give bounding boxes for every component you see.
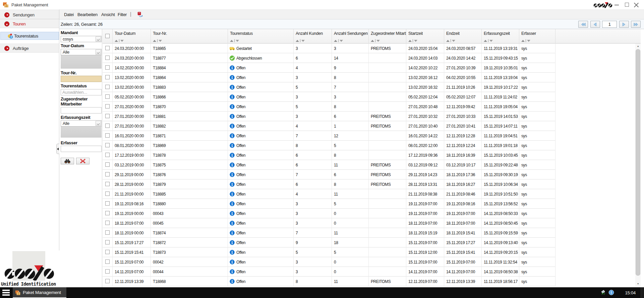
menu-datei[interactable]: Datei [64, 12, 74, 17]
last-page-button[interactable] [631, 21, 641, 28]
mandant-select[interactable]: cosys [61, 36, 102, 42]
sort-controls[interactable] [153, 38, 162, 41]
sort-controls[interactable] [408, 38, 417, 41]
sidebar-collapse-handle[interactable] [56, 144, 59, 154]
sidebar-item-auftraege[interactable]: Aufträge [0, 44, 59, 53]
table-row[interactable]: 15.11.2019 07:0000042Offen3015.11.2019 0… [103, 257, 555, 267]
erfasser-input[interactable] [61, 146, 102, 152]
export-icon[interactable] [137, 11, 143, 17]
sort-ascending-icon[interactable] [230, 40, 233, 42]
row-checkbox[interactable] [105, 114, 110, 118]
erfassungszeit-select[interactable]: Alle [61, 120, 102, 127]
chevron-down-icon[interactable] [96, 50, 101, 55]
row-checkbox[interactable] [105, 221, 110, 225]
sort-controls[interactable] [446, 38, 455, 41]
row-checkbox[interactable] [105, 143, 110, 147]
table-row[interactable]: 16.01.2020 00:00T18871Offen71216.01.2020… [103, 131, 555, 141]
sort-controls[interactable] [371, 38, 380, 41]
column-header[interactable]: Erfasser [519, 29, 555, 44]
row-checkbox[interactable] [105, 182, 110, 186]
table-row[interactable]: 03.12.2019 00:00T18875Offen611PREITOMS03… [103, 160, 555, 170]
sort-descending-icon[interactable] [301, 40, 305, 42]
sort-descending-icon[interactable] [414, 40, 417, 42]
column-header[interactable]: Tour-Nr. [151, 29, 228, 44]
table-row[interactable]: 18.11.2019 00:00T18874Offen71118.11.2019… [103, 228, 555, 238]
table-row[interactable]: 19.11.2019 00:0000043Offen3019.11.2019 0… [103, 209, 555, 218]
menu-filter[interactable]: Filter [118, 12, 127, 17]
sort-descending-icon[interactable] [452, 40, 455, 42]
scroll-up-arrow[interactable]: ▲ [635, 44, 641, 49]
row-checkbox[interactable] [105, 65, 110, 70]
table-row[interactable]: 24.03.2020 00:00T18877Abgeschlossen61424… [103, 53, 555, 63]
table-row[interactable]: 19.11.2019 08:16T18880Offen3519.11.2019 … [103, 199, 555, 209]
row-checkbox[interactable] [105, 153, 110, 157]
sort-ascending-icon[interactable] [115, 40, 118, 42]
maximize-button[interactable] [625, 3, 629, 7]
sidebar-item-touren[interactable]: Touren [0, 19, 59, 28]
row-checkbox[interactable] [105, 279, 110, 283]
row-checkbox[interactable] [105, 192, 110, 196]
chevron-down-icon[interactable] [96, 36, 101, 42]
table-row[interactable]: 13.02.2020 00:00T18883Offen5713.02.2020 … [103, 82, 555, 92]
info-tray-icon[interactable] [608, 290, 614, 295]
page-number-field[interactable]: 1 [602, 21, 617, 28]
table-row[interactable]: 28.11.2019 00:00T18879Offen68PREITOMS28.… [103, 179, 555, 189]
sort-ascending-icon[interactable] [408, 40, 412, 42]
column-header[interactable]: Anzahl Kunden [294, 29, 332, 44]
sort-controls[interactable] [521, 38, 530, 41]
tour-nr-input[interactable] [61, 76, 102, 82]
table-row[interactable]: 24.03.2020 00:00T18865Gestartet33PREITOM… [103, 44, 555, 53]
sort-controls[interactable] [115, 38, 124, 41]
tourenstatus-input[interactable] [61, 89, 102, 95]
sort-ascending-icon[interactable] [153, 40, 156, 42]
clear-filter-button[interactable] [76, 158, 90, 164]
close-icon[interactable] [634, 2, 639, 7]
table-row[interactable]: 17.12.2019 00:00T18878Offen6817.12.2019 … [103, 150, 555, 160]
sort-ascending-icon[interactable] [446, 40, 450, 42]
table-row[interactable]: 29.11.2019 00:00T18876Offen76PREITOMS29.… [103, 170, 555, 179]
row-checkbox[interactable] [105, 162, 110, 167]
table-row[interactable]: 08.01.2020 00:00T18869Offen8508.01.2020 … [103, 141, 555, 150]
chevron-down-icon[interactable] [96, 121, 101, 126]
sort-controls[interactable] [334, 38, 343, 41]
sidebar-item-tourenstatus-selected[interactable]: Tourenstatus [0, 32, 59, 40]
row-checkbox[interactable] [105, 201, 110, 206]
show-desktop-button[interactable] [641, 287, 644, 298]
sort-descending-icon[interactable] [236, 40, 239, 42]
sort-controls[interactable] [296, 38, 305, 41]
sort-descending-icon[interactable] [340, 40, 343, 42]
table-row[interactable]: 13.02.2020 00:00T18864Offen3813.02.2020 … [103, 73, 555, 82]
zugeordneter-mitarbeiter-input[interactable] [61, 107, 102, 114]
table-row[interactable]: 27.01.2020 00:00T18882Offen41PREITOMS27.… [103, 121, 555, 131]
column-header[interactable]: Tour-Datum [113, 29, 151, 44]
row-checkbox[interactable] [105, 94, 110, 99]
row-checkbox[interactable] [105, 259, 110, 264]
sort-controls[interactable] [230, 38, 239, 41]
table-row[interactable]: 14.02.2020 00:00T18884Offen4914.02.2020 … [103, 63, 555, 73]
sort-controls[interactable] [484, 38, 493, 41]
table-row[interactable]: 27.01.2020 00:00T18870Offen5827.01.2020 … [103, 102, 555, 111]
row-checkbox[interactable] [105, 172, 110, 176]
sort-descending-icon[interactable] [489, 40, 493, 42]
row-checkbox[interactable] [105, 85, 110, 89]
table-row[interactable]: 15.11.2019 15:41T18873Offen5515.11.2019 … [103, 247, 555, 257]
sort-ascending-icon[interactable] [484, 40, 487, 42]
table-row[interactable]: 15.11.2019 17:27T18872Offen91815.11.2019… [103, 238, 555, 247]
search-button[interactable] [61, 158, 74, 164]
sort-ascending-icon[interactable] [371, 40, 374, 42]
column-header[interactable]: Zugeordneter Mitarbeiter [369, 29, 406, 44]
scrollbar-thumb[interactable] [636, 49, 640, 276]
column-header[interactable]: Tourenstatus [228, 29, 294, 44]
column-header[interactable]: Startzeit [406, 29, 444, 44]
row-checkbox[interactable] [105, 250, 110, 254]
start-menu-button[interactable] [2, 290, 10, 296]
menu-ansicht[interactable]: Ansicht [101, 12, 115, 17]
column-header[interactable]: Endzeit [444, 29, 482, 44]
first-page-button[interactable] [578, 21, 588, 28]
row-checkbox[interactable] [105, 124, 110, 128]
sort-descending-icon[interactable] [159, 40, 162, 42]
scroll-down-arrow[interactable]: ▼ [635, 281, 641, 287]
table-row[interactable]: 18.11.2019 07:0000045Offen3018.11.2019 0… [103, 218, 555, 228]
table-row[interactable]: 21.11.2019 00:00T18885Offen41121.11.2019… [103, 189, 555, 199]
row-checkbox[interactable] [105, 104, 110, 108]
